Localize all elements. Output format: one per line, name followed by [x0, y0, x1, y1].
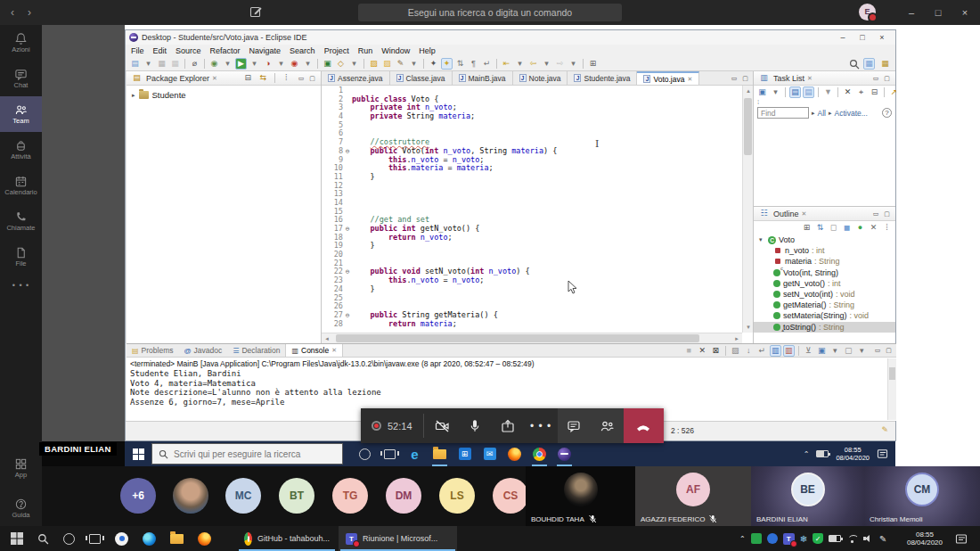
activate-link[interactable]: Activate... — [834, 109, 867, 118]
scroll-lock-icon[interactable]: ↓ — [743, 345, 755, 357]
format-dropdown-icon[interactable]: ▾ — [408, 58, 420, 70]
open-console-dropdown-icon[interactable]: ▾ — [829, 345, 841, 357]
mark-occurrences-icon[interactable]: ✦ — [441, 58, 453, 70]
video-tile-agazzi-federico[interactable]: AFAGAZZI FEDERICO — [635, 466, 751, 526]
hidden-icons-chevron[interactable]: ⌃ — [804, 450, 810, 458]
edge-taskbar-button[interactable]: e — [404, 441, 425, 466]
open-resource-icon[interactable]: ▨ — [381, 58, 393, 70]
editor-tab-voto.java[interactable]: JVoto.java✕ — [637, 71, 699, 85]
close-tab-icon[interactable]: ✕ — [807, 75, 813, 82]
tray-defender-icon[interactable]: ✓ — [813, 533, 823, 544]
eclipse-taskbar-button[interactable] — [554, 441, 575, 466]
clear-console-icon[interactable]: ▨ — [730, 345, 741, 357]
panel-title[interactable]: Outline — [773, 210, 799, 218]
open-console-icon[interactable]: ▣ — [816, 345, 828, 357]
fold-marker[interactable]: ⊖ — [343, 147, 352, 156]
skip-all-breakpoints-icon[interactable]: ⌀ — [189, 58, 200, 70]
video-tile-bouhdid-taha[interactable]: BOUHDID TAHA — [526, 466, 635, 526]
sort-icon[interactable]: ⇅ — [814, 222, 826, 234]
back-dropdown-icon[interactable]: ▾ — [541, 58, 552, 70]
hide-static-icon[interactable]: ◼ — [841, 222, 853, 234]
clock[interactable]: 08:5508/04/2020 — [836, 446, 870, 462]
pin-console-icon[interactable]: ⊻ — [803, 345, 814, 357]
menu-help[interactable]: Help — [419, 46, 436, 55]
teams-task-button[interactable]: T Riunione | Microsof... — [339, 526, 457, 551]
close-tab-icon[interactable]: ✕ — [687, 76, 692, 83]
firefox-taskbar-button[interactable] — [504, 441, 525, 466]
minimize-button[interactable]: – — [898, 0, 925, 25]
console-output[interactable]: Studente Elian, BardiniVoto 4, materia=M… — [127, 369, 896, 407]
hidden-icons-chevron[interactable]: ⌃ — [739, 535, 746, 543]
video-tile-bardini-elian[interactable]: BEBARDINI ELIAN — [751, 466, 864, 526]
open-perspective-icon[interactable]: ⊞ — [587, 58, 599, 70]
menu-search[interactable]: Search — [290, 46, 315, 55]
mail-taskbar-button[interactable]: ✉ — [479, 441, 500, 466]
panel-title[interactable]: Package Explorer — [146, 74, 209, 83]
command-search-input[interactable] — [358, 4, 622, 21]
view-menu-icon[interactable]: ⁞ — [281, 72, 292, 84]
cortana-taskbar-button[interactable] — [355, 441, 375, 466]
taskbar-search[interactable] — [151, 443, 343, 465]
compose-icon[interactable] — [249, 5, 262, 21]
participant-avatar[interactable]: TG — [332, 478, 368, 514]
task-view-taskbar-button[interactable] — [380, 441, 400, 466]
taskbar-search-input[interactable] — [174, 449, 330, 459]
console-tab-problems[interactable]: ▤Problems — [127, 344, 178, 357]
pinned-app-icon[interactable] — [115, 532, 128, 546]
delete-icon[interactable]: ✕ — [842, 86, 853, 98]
tray-battery-icon[interactable] — [829, 535, 841, 542]
chrome-taskbar-button[interactable] — [529, 441, 550, 466]
word-wrap-icon[interactable]: ↵ — [756, 345, 768, 357]
run-dropdown-icon[interactable]: ▾ — [249, 58, 260, 70]
close-button[interactable]: × — [951, 0, 978, 25]
sidebar-item-attivita[interactable]: Attività — [0, 132, 42, 168]
forward-icon[interactable]: ⇨ — [554, 58, 566, 70]
tree-expand-icon[interactable]: ▾ — [759, 236, 765, 243]
eclipse-close-button[interactable]: × — [872, 33, 892, 42]
action-center-icon[interactable] — [877, 448, 888, 459]
forward-dropdown-icon[interactable]: ▾ — [568, 58, 579, 70]
remove-launch-icon[interactable]: ✕ — [697, 345, 708, 357]
tray-tray-snowflake-icon[interactable]: ❄ — [800, 534, 807, 544]
eclipse-title-bar[interactable]: Desktop - Studente/src/Voto.java - Eclip… — [126, 30, 895, 45]
tray-wifi-icon[interactable] — [846, 535, 858, 543]
sidebar-item-more[interactable]: • • • — [0, 275, 42, 296]
outline-item-setn-voto-int-[interactable]: setN_voto(int) : void — [754, 289, 895, 300]
participant-photo-avatar[interactable] — [173, 478, 208, 514]
start-button[interactable] — [133, 448, 144, 464]
sidebar-item-chat[interactable]: Chat — [0, 61, 42, 96]
menu-edit[interactable]: Edit — [153, 46, 167, 55]
outline-item-tostring-[interactable]: toString() : String — [754, 322, 895, 333]
collapse-all-icon[interactable]: ⊟ — [242, 72, 254, 84]
console-tab-console[interactable]: ▥Console✕ — [285, 344, 343, 357]
participant-avatar[interactable]: MC — [225, 478, 261, 514]
new-java-project-icon[interactable]: ◇ — [335, 58, 347, 70]
battery-icon[interactable] — [816, 450, 829, 457]
filter-all-link[interactable]: All — [818, 109, 826, 118]
collapse-all-icon[interactable]: ⊟ — [869, 86, 880, 98]
menu-refactor[interactable]: Refactor — [210, 46, 241, 55]
sidebar-item-azioni[interactable]: Azioni — [0, 25, 42, 61]
editor-vertical-scrollbar[interactable]: ▴▾ — [742, 86, 753, 333]
console-minmax-icons[interactable]: ▭ ▢ — [875, 347, 896, 354]
clock[interactable]: 08:5508/04/2020 — [902, 530, 948, 547]
participant-avatar[interactable]: CS — [493, 478, 528, 514]
sidebar-item-guida[interactable]: Guida — [0, 490, 42, 526]
outline-item-setmateria-string-[interactable]: setMateria(String) : void — [754, 310, 895, 321]
action-center-icon[interactable] — [955, 532, 968, 548]
close-tab-icon[interactable]: ✕ — [331, 347, 337, 354]
run-icon[interactable]: ▶ — [235, 58, 247, 70]
tray-pen-icon[interactable]: ✎ — [879, 534, 886, 544]
next-annotation-icon[interactable]: ⇅ — [454, 58, 466, 70]
eclipse-maximize-button[interactable]: □ — [853, 33, 872, 42]
menu-window[interactable]: Window — [381, 46, 410, 55]
close-tab-icon[interactable]: ✕ — [802, 210, 807, 218]
tree-expand-icon[interactable]: ▸ — [132, 92, 135, 99]
cortana-icon[interactable] — [63, 533, 75, 545]
participant-avatar[interactable]: BT — [279, 478, 314, 514]
edge-icon[interactable] — [143, 532, 156, 546]
filter-icon[interactable]: ▼ — [822, 86, 834, 98]
outline-item-n-voto[interactable]: n_voto : int — [754, 245, 895, 256]
view-menu-icon[interactable]: ⁞ — [881, 222, 893, 234]
group-by-owner-icon[interactable]: ▤ — [803, 86, 814, 98]
